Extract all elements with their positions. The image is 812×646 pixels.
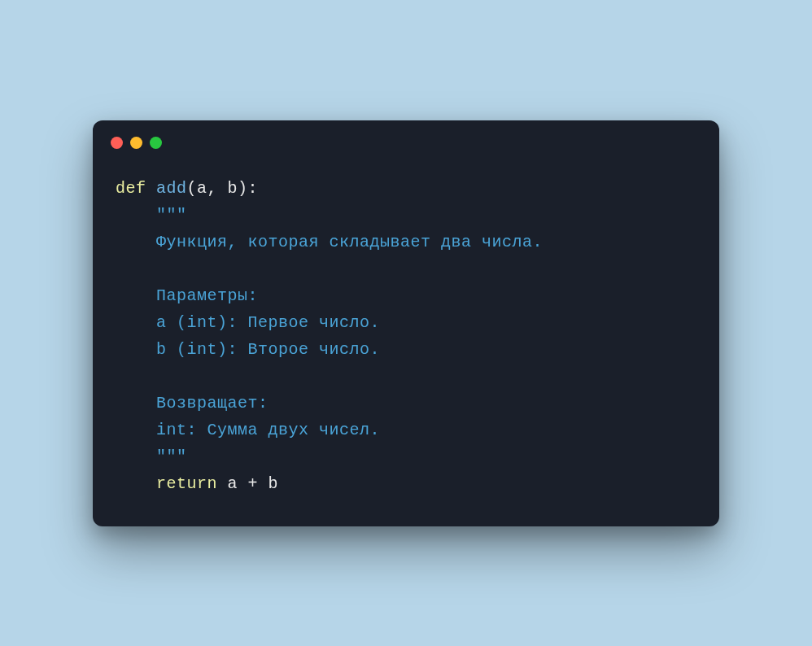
code-token: add	[156, 179, 187, 198]
code-token: Параметры:	[156, 286, 258, 305]
maximize-icon[interactable]	[150, 137, 162, 149]
code-line: """	[116, 202, 696, 229]
close-icon[interactable]	[111, 137, 123, 149]
minimize-icon[interactable]	[130, 137, 142, 149]
code-area: def add(a, b): """ Функция, которая скла…	[93, 155, 719, 526]
code-line	[116, 363, 696, 390]
code-token: return	[156, 474, 228, 493]
window-titlebar	[93, 120, 719, 155]
code-token: Возвращает:	[156, 394, 268, 412]
code-token: a (int): Первое число.	[156, 313, 380, 332]
code-line: Возвращает:	[116, 390, 696, 417]
code-line: Функция, которая складывает два числа.	[116, 229, 696, 255]
code-token: """	[156, 447, 187, 466]
code-line: Параметры:	[116, 282, 696, 309]
code-token: ):	[238, 179, 258, 198]
code-token: b	[268, 474, 279, 493]
code-token: a	[228, 474, 248, 493]
code-window: def add(a, b): """ Функция, которая скла…	[93, 120, 719, 526]
code-token: Функция, которая складывает два числа.	[156, 233, 543, 251]
code-token: b (int): Второе число.	[156, 340, 380, 359]
code-line: a (int): Первое число.	[116, 309, 696, 336]
code-token: def	[116, 179, 156, 198]
code-line: """	[116, 443, 696, 470]
code-token: b	[228, 179, 238, 198]
code-line: def add(a, b):	[116, 175, 696, 202]
code-token: """	[156, 206, 187, 225]
code-line: b (int): Второе число.	[116, 336, 696, 363]
code-line	[116, 255, 696, 282]
code-token: +	[248, 474, 268, 493]
code-token: ,	[207, 179, 228, 198]
code-line: int: Сумма двух чисел.	[116, 417, 696, 443]
code-line: return a + b	[116, 470, 696, 497]
code-token: (	[187, 179, 198, 198]
code-token: a	[197, 179, 207, 198]
code-token: int: Сумма двух чисел.	[156, 421, 380, 439]
